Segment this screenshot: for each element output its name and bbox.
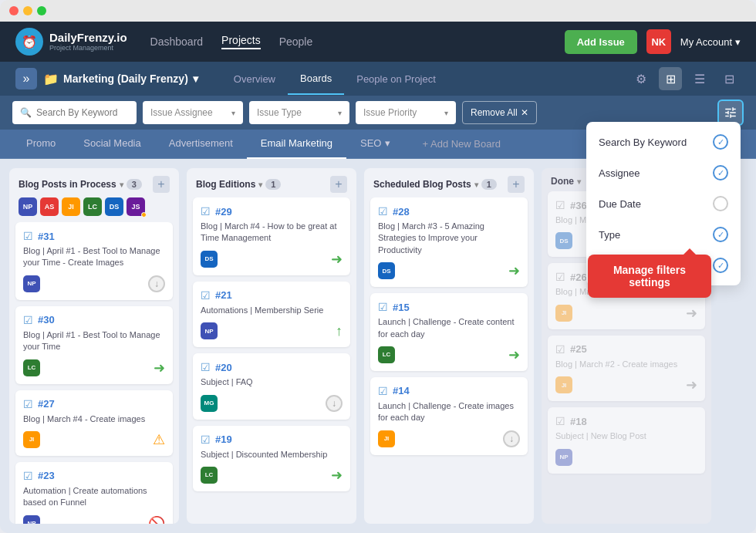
col-title-label-2: Blog Editions [196, 179, 255, 190]
tab-social-media[interactable]: Social Media [69, 130, 154, 159]
tab-advertisement[interactable]: Advertisement [155, 130, 247, 159]
chevron-down-icon: ▾ [735, 36, 741, 48]
filter-check-assignee: ✓ [713, 165, 728, 180]
card-num-14: #14 [393, 385, 410, 396]
column-blog-posts-process: Blog Posts in Process ▾ 3 + NP AS JI LC … [9, 168, 179, 524]
card-check-icon: ☑ [555, 343, 565, 356]
search-icon: 🔍 [20, 107, 32, 118]
card-avatar-ji2: JI [378, 430, 395, 447]
close-button[interactable] [9, 6, 19, 15]
search-field[interactable] [36, 107, 129, 118]
add-issue-button[interactable]: Add Issue [565, 30, 637, 54]
filter-option-duedate[interactable]: Due Date [586, 188, 741, 219]
list-view-icon[interactable]: ☰ [688, 67, 711, 90]
card-23[interactable]: ☑ #23 Automation | Create automations ba… [15, 462, 173, 524]
nav-overview[interactable]: Overview [221, 64, 288, 94]
card-avatar-ds: DS [201, 251, 218, 268]
grid-view-icon[interactable]: ⊞ [659, 67, 682, 90]
remove-all-label: Remove All [471, 107, 518, 118]
card-28[interactable]: ☑ #28 Blog | March #3 - 5 Amazing Strate… [370, 197, 528, 287]
filter-option-label-duedate: Due Date [599, 198, 641, 210]
assignee-filter[interactable]: Issue Assignee ▾ [143, 101, 243, 124]
settings-icon[interactable]: ⚙ [629, 67, 653, 90]
project-nav-right: ⚙ ⊞ ☰ ⊟ [629, 67, 741, 90]
nav-dashboard[interactable]: Dashboard [150, 35, 204, 48]
type-filter[interactable]: Issue Type ▾ [249, 101, 349, 124]
nav-boards[interactable]: Boards [288, 63, 344, 95]
filter-option-label-type: Type [599, 229, 620, 241]
logo-sub: Project Management [49, 44, 127, 52]
maximize-button[interactable] [37, 6, 46, 15]
status-arrow-right-19: ➜ [331, 467, 343, 484]
card-15[interactable]: ☑ #15 Launch | Challenge - Create conten… [370, 293, 528, 371]
filter-check-type: ✓ [713, 227, 728, 242]
card-num-27: #27 [38, 398, 55, 410]
chevron-down-icon: ▾ [385, 137, 390, 149]
card-check-icon: ☑ [201, 289, 211, 302]
card-21[interactable]: ☑ #21 Automations | Membership Serie NP … [193, 282, 350, 347]
project-name[interactable]: Marketing (Daily Frenzy) ▾ [63, 73, 198, 85]
expand-icon[interactable]: » [15, 68, 37, 89]
project-bar: » 📁 Marketing (Daily Frenzy) ▾ Overview … [0, 62, 756, 96]
card-num-30: #30 [38, 314, 55, 326]
nav-people-on-project[interactable]: People on Project [344, 64, 448, 94]
nav-people[interactable]: People [279, 35, 313, 48]
minimize-button[interactable] [23, 6, 32, 15]
col-title-1[interactable]: Blog Posts in Process ▾ 3 [19, 179, 142, 190]
card-footer-23: NP 🚫 [23, 515, 165, 524]
filter-icon[interactable]: ⊟ [717, 67, 741, 90]
card-14[interactable]: ☑ #14 Launch | Challenge - Create images… [370, 377, 528, 455]
col-title-4[interactable]: Done ▾ [551, 176, 581, 187]
card-20[interactable]: ☑ #20 Subject | FAQ MG ↓ [193, 353, 350, 419]
card-29[interactable]: ☑ #29 Blog | March #4 - How to be great … [193, 197, 350, 275]
avatar-js: JS [127, 197, 145, 216]
col-title-3[interactable]: Scheduled Blog Posts ▾ 1 [373, 179, 497, 190]
col-add-button-3[interactable]: + [508, 176, 525, 193]
col-title-label-1: Blog Posts in Process [19, 179, 116, 190]
account-button[interactable]: My Account ▾ [680, 36, 741, 48]
assignee-label: Issue Assignee [150, 107, 213, 118]
card-num-15: #15 [393, 302, 410, 313]
card-desc-28: Blog | March #3 - 5 Amazing Strategies t… [378, 221, 520, 256]
col-title-2[interactable]: Blog Editions ▾ 1 [196, 179, 281, 190]
card-footer-25: JI ➜ [555, 376, 697, 393]
card-footer-21: NP ↑ [201, 322, 343, 339]
card-avatar-np: NP [23, 275, 40, 292]
remove-all-button[interactable]: Remove All ✕ [462, 101, 537, 124]
col-add-button-1[interactable]: + [153, 176, 170, 193]
card-num-36: #36 [570, 200, 587, 211]
card-num-26: #26 [570, 272, 587, 283]
filter-option-type[interactable]: Type ✓ [586, 219, 741, 250]
card-desc-29: Blog | March #4 - How to be great at Tim… [201, 221, 343, 245]
logo-text-block: DailyFrenzy.io Project Management [49, 32, 127, 52]
filter-option-assignee[interactable]: Assignee ✓ [586, 157, 741, 188]
status-icon-31: ↓ [148, 275, 165, 292]
card-19[interactable]: ☑ #19 Subject | Discounted Membership LC… [193, 426, 350, 491]
col-title-label-4: Done [551, 176, 574, 187]
priority-filter[interactable]: Issue Priority ▾ [356, 101, 456, 124]
status-arrow-right-28: ➜ [508, 262, 520, 279]
col-add-button-2[interactable]: + [330, 176, 347, 193]
nav-projects[interactable]: Projects [221, 34, 261, 49]
tab-email-marketing[interactable]: Email Marketing [247, 130, 346, 159]
status-warning-27: ⚠ [153, 431, 165, 448]
chevron-down-icon: ▾ [231, 109, 235, 117]
status-arrow-right-30: ➜ [154, 359, 165, 376]
card-footer-15: LC ➜ [378, 346, 520, 363]
card-31[interactable]: ☑ #31 Blog | April #1 - Best Tool to Man… [15, 222, 173, 300]
status-arrow-up-21: ↑ [336, 323, 343, 339]
search-input[interactable]: 🔍 [12, 101, 137, 124]
card-desc-18: Subject | New Blog Post [555, 430, 697, 442]
card-25[interactable]: ☑ #25 Blog | March #2 - Create images JI… [548, 336, 705, 401]
card-27[interactable]: ☑ #27 Blog | March #4 - Create images JI… [15, 390, 173, 456]
card-check-icon: ☑ [201, 433, 211, 446]
filter-option-search[interactable]: Search By Keyword ✓ [586, 127, 741, 157]
type-label: Issue Type [257, 107, 302, 118]
card-30[interactable]: ☑ #30 Blog | April #1 - Best Tool to Man… [15, 306, 173, 384]
card-avatar-lc2: LC [201, 467, 218, 484]
add-board-button[interactable]: + Add New Board [410, 138, 514, 150]
tab-seo[interactable]: SEO ▾ [346, 130, 403, 159]
tab-promo[interactable]: Promo [12, 130, 69, 159]
status-arrow-right-29: ➜ [331, 251, 343, 268]
card-18[interactable]: ☑ #18 Subject | New Blog Post NP [548, 407, 705, 473]
